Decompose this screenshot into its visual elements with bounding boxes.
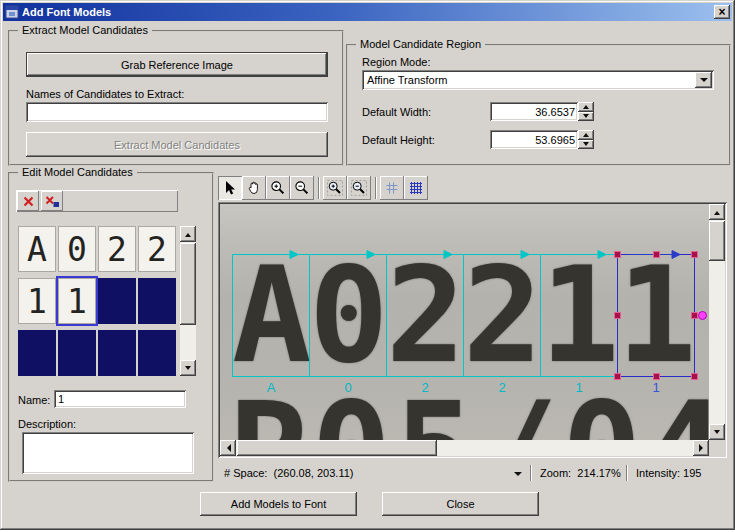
candidate-cell[interactable]: A xyxy=(18,226,56,272)
default-height-input[interactable] xyxy=(490,130,578,149)
spin-down-icon xyxy=(583,114,589,121)
fine-grid-toggle-button[interactable] xyxy=(404,176,428,200)
scroll-down-button[interactable] xyxy=(180,360,196,376)
model-region-box[interactable] xyxy=(540,254,618,377)
intensity-status: Intensity: 195 xyxy=(636,462,701,484)
add-models-to-font-button[interactable]: Add Models to Font xyxy=(200,492,357,516)
zoom-region-out-button[interactable] xyxy=(347,176,371,200)
description-label: Description: xyxy=(18,418,76,430)
scrollbar-thumb[interactable] xyxy=(180,243,196,325)
spin-down-icon xyxy=(583,142,589,149)
grid-toggle-button[interactable] xyxy=(380,176,404,200)
name-input[interactable] xyxy=(54,390,186,408)
app-icon[interactable] xyxy=(5,5,19,19)
candidate-cell[interactable]: 2 xyxy=(138,226,176,272)
extract-group-title: Extract Model Candidates xyxy=(18,24,152,36)
candidate-grid-scrollbar[interactable] xyxy=(180,226,196,376)
resize-handle-ne[interactable] xyxy=(691,251,698,258)
magnifier-plus-region-icon xyxy=(327,180,343,196)
scroll-right-button[interactable] xyxy=(693,440,709,456)
region-label: 0 xyxy=(309,380,387,395)
scrollbar-thumb[interactable] xyxy=(237,440,437,456)
delete-all-candidates-button[interactable] xyxy=(41,191,63,211)
resize-handle-nw[interactable] xyxy=(614,251,621,258)
scroll-down-button[interactable] xyxy=(709,424,725,440)
candidate-cell-empty xyxy=(138,330,176,376)
zoom-value: 214.17% xyxy=(577,467,620,479)
names-input-field xyxy=(26,102,328,122)
zoom-out-button[interactable] xyxy=(290,176,314,200)
delete-candidate-button[interactable] xyxy=(17,191,39,211)
select-tool-button[interactable] xyxy=(218,176,242,200)
candidate-cell[interactable]: 1 xyxy=(18,278,56,324)
viewer-toolbar xyxy=(218,176,648,202)
scroll-left-button[interactable] xyxy=(220,440,236,456)
scrollbar-thumb[interactable] xyxy=(709,221,725,261)
default-width-label: Default Width: xyxy=(362,106,431,118)
description-field xyxy=(22,432,194,474)
scroll-up-button[interactable] xyxy=(709,204,725,220)
space-status: # Space: (260.08, 203.11) xyxy=(224,462,353,484)
resize-handle-e[interactable] xyxy=(691,312,698,319)
model-region-box[interactable] xyxy=(386,254,464,377)
status-divider xyxy=(530,465,531,481)
image-viewer: A 0 2 2 1 1 P05/04 xyxy=(218,202,727,458)
resize-handle-s[interactable] xyxy=(653,373,660,380)
delete-all-icon xyxy=(45,195,60,208)
model-region-box[interactable] xyxy=(463,254,541,377)
model-region-box[interactable] xyxy=(309,254,387,377)
edit-group: Edit Model Candidates A 0 2 2 1 1 xyxy=(8,172,214,482)
default-width-spin-up[interactable] xyxy=(578,102,594,112)
close-button[interactable]: × xyxy=(714,5,730,19)
space-label: # Space: xyxy=(224,467,267,479)
scroll-up-icon xyxy=(185,230,191,237)
close-dialog-button[interactable]: Close xyxy=(382,492,539,516)
default-height-spin-up[interactable] xyxy=(578,130,594,140)
intensity-label: Intensity: xyxy=(636,467,680,479)
candidate-cell-selected[interactable]: 1 xyxy=(58,278,96,324)
model-region-box[interactable] xyxy=(232,254,310,377)
grab-reference-image-button[interactable]: Grab Reference Image xyxy=(26,52,328,77)
toolbar-separator xyxy=(318,177,319,199)
resize-handle-w[interactable] xyxy=(614,312,621,319)
candidate-cell[interactable]: 2 xyxy=(98,226,136,272)
region-mode-dropdown-button[interactable] xyxy=(695,72,712,88)
scroll-up-button[interactable] xyxy=(180,226,196,242)
name-input-field xyxy=(54,390,186,408)
default-width-spinner xyxy=(490,102,594,121)
candidate-cell-empty xyxy=(98,278,136,324)
zoom-in-button[interactable] xyxy=(266,176,290,200)
region-label: 2 xyxy=(463,380,541,395)
viewer-vertical-scrollbar[interactable] xyxy=(709,204,725,440)
candidate-cell[interactable]: 0 xyxy=(58,226,96,272)
region-label: 2 xyxy=(386,380,464,395)
reference-image-canvas[interactable]: A 0 2 2 1 1 P05/04 xyxy=(220,204,709,440)
region-mode-label: Region Mode: xyxy=(362,56,431,68)
scroll-down-icon xyxy=(714,430,720,437)
candidate-cell-empty xyxy=(18,330,56,376)
default-height-spin-down[interactable] xyxy=(578,140,594,150)
default-width-input[interactable] xyxy=(490,102,578,121)
space-dropdown-button[interactable] xyxy=(510,466,525,481)
region-group: Model Candidate Region Region Mode: Affi… xyxy=(346,44,731,166)
region-mode-select[interactable]: Affine Transform xyxy=(362,70,714,90)
pan-tool-button[interactable] xyxy=(242,176,266,200)
rotate-handle[interactable] xyxy=(698,311,707,320)
spin-up-icon xyxy=(583,130,589,137)
title-bar[interactable]: Add Font Models × xyxy=(3,3,732,21)
edit-group-title: Edit Model Candidates xyxy=(18,166,137,178)
names-input[interactable] xyxy=(26,102,328,122)
description-input[interactable] xyxy=(22,432,194,474)
spin-up-icon xyxy=(583,102,589,109)
default-height-label: Default Height: xyxy=(362,134,435,146)
resize-handle-se[interactable] xyxy=(691,373,698,380)
resize-handle-sw[interactable] xyxy=(614,373,621,380)
default-width-spin-down[interactable] xyxy=(578,112,594,122)
model-region-box-selected[interactable] xyxy=(617,254,695,377)
viewer-horizontal-scrollbar[interactable] xyxy=(220,440,709,456)
scroll-left-icon xyxy=(223,444,231,452)
default-height-spinner xyxy=(490,130,594,149)
resize-handle-n[interactable] xyxy=(653,251,660,258)
scroll-up-icon xyxy=(714,208,720,215)
zoom-region-in-button[interactable] xyxy=(323,176,347,200)
